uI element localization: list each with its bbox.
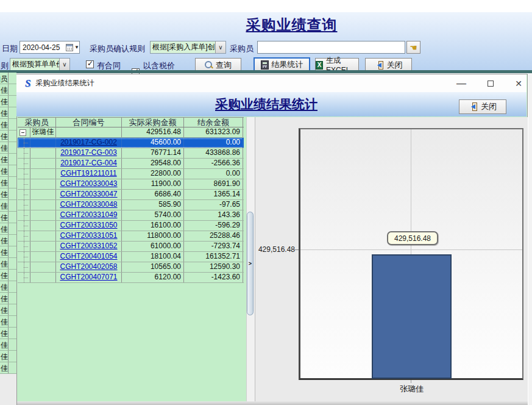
table-row[interactable]: CGHT200331051118000.0025288.46: [18, 231, 244, 242]
table-row[interactable]: 2019017-CG-00245600.000.00: [18, 138, 244, 148]
balance-amount-cell: 12590.30: [184, 262, 243, 272]
price-rule-select[interactable]: 根据预算单单价 ∨: [10, 58, 70, 71]
chevron-down-icon[interactable]: ∨: [215, 41, 225, 53]
contract-link[interactable]: CGHT200331052: [60, 242, 117, 250]
expand-cell[interactable]: [18, 127, 30, 137]
contract-link[interactable]: CGHT191211011: [60, 169, 116, 177]
contract-link[interactable]: CGHT200402058: [60, 262, 117, 271]
actual-amount-cell: 22800.00: [122, 169, 184, 179]
contract-cell[interactable]: CGHT191211011: [56, 169, 122, 179]
table-row[interactable]: CGHT20033004311900.008691.90: [18, 179, 244, 190]
app-logo-icon: S: [25, 77, 30, 90]
balance-amount-cell: 25288.46: [184, 231, 243, 241]
minimize-button[interactable]: —: [449, 74, 473, 92]
date-label: 日期: [2, 43, 18, 54]
table-row[interactable]: CGHT2004070716120.00-1423.60: [18, 273, 244, 283]
table-row[interactable]: 2019017-CG-00429548.00-2566.36: [18, 159, 244, 169]
contract-cell[interactable]: CGHT200331052: [56, 242, 122, 251]
table-row[interactable]: CGHT20040205810565.0012590.30: [18, 262, 244, 273]
table-row[interactable]: CGHT2003310495740.00143.36: [18, 210, 244, 221]
x-axis-tick-label: 张璐佳: [372, 384, 452, 395]
contract-link[interactable]: 2019017-CG-003: [60, 148, 117, 157]
x-axis-tick: [411, 380, 411, 383]
screen: 采购业绩查询 日期 2020-04-25 ▼ 采购员确认规则 根据[采购入库单]…: [0, 0, 532, 405]
tree-indent: [18, 148, 30, 158]
contract-cell[interactable]: 2019017-CG-003: [56, 148, 122, 158]
contract-cell[interactable]: CGHT200401054: [56, 252, 122, 262]
actual-amount-cell: 16100.00: [122, 221, 184, 231]
bg-strip-row: 张璐佳: [0, 96, 16, 107]
table-row[interactable]: CGHT20033105016100.00-596.29: [18, 221, 244, 231]
buyer-input[interactable]: [257, 41, 405, 54]
table-row[interactable]: 2019017-CG-00376771.14433868.86: [18, 148, 244, 159]
contract-link[interactable]: CGHT200407071: [60, 273, 117, 281]
contract-link[interactable]: CGHT200401054: [60, 252, 117, 260]
contract-link[interactable]: CGHT200331050: [60, 221, 117, 229]
contract-cell[interactable]: CGHT200331049: [56, 210, 122, 220]
divider: [0, 70, 532, 73]
buyer-cell: 张璐佳: [30, 127, 56, 137]
actual-amount-cell: 18100.04: [122, 252, 184, 262]
contract-link[interactable]: CGHT200331051: [60, 231, 117, 240]
balance-amount-cell: 433868.86: [184, 148, 243, 158]
close-window-button[interactable]: ✕: [506, 74, 531, 92]
contract-cell[interactable]: CGHT200407071: [56, 273, 122, 282]
table-row[interactable]: CGHT19121101122800.000.00: [18, 169, 244, 179]
tree-indent: [18, 252, 30, 262]
has-contract-checkbox[interactable]: ✓: [86, 60, 94, 68]
contract-link[interactable]: CGHT200330043: [60, 179, 117, 188]
balance-amount-cell: 1365.14: [184, 190, 243, 199]
contract-link[interactable]: CGHT200331049: [60, 210, 117, 219]
actual-amount-cell: 61000.00: [122, 242, 184, 251]
maximize-button[interactable]: [478, 74, 503, 92]
bg-strip-row: 张璐佳: [0, 212, 16, 223]
collapse-icon[interactable]: [20, 129, 26, 136]
contract-cell[interactable]: CGHT200330048: [56, 200, 122, 210]
contract-cell[interactable]: CGHT200331050: [56, 221, 122, 231]
contract-link[interactable]: 2019017-CG-004: [60, 159, 117, 167]
dialog-close-button[interactable]: 关闭: [459, 99, 506, 114]
date-dropdown-icon[interactable]: ▼: [74, 45, 79, 50]
contract-cell[interactable]: CGHT200402058: [56, 262, 122, 272]
buyer-rule-select[interactable]: 根据[采购入库单]创建人 ∨: [150, 41, 226, 54]
col-contract[interactable]: 合同编号: [56, 118, 122, 127]
bg-strip-row: 张璐佳: [0, 258, 16, 270]
group-row[interactable]: 张璐佳 429516.48 631323.09: [18, 127, 244, 138]
tree-indent: [18, 169, 30, 179]
contract-cell[interactable]: 2019017-CG-004: [56, 159, 122, 168]
contract-rows: 2019017-CG-00245600.000.002019017-CG-003…: [18, 138, 244, 283]
contract-cell[interactable]: 2019017-CG-002: [56, 138, 122, 148]
col-actual[interactable]: 实际采购金额: [122, 118, 184, 127]
splitter-handle[interactable]: >: [247, 212, 254, 315]
actual-amount-cell: 45600.00: [122, 138, 184, 148]
tree-indent: [18, 190, 30, 199]
actual-amount-cell: 118000.00: [122, 231, 184, 241]
bg-strip-row: 张璐佳: [0, 281, 16, 293]
calendar-icon[interactable]: [66, 44, 73, 51]
table-row[interactable]: CGHT200330048585.90-97.65: [18, 200, 244, 210]
buyer-picker-button[interactable]: ☚: [406, 41, 420, 54]
chevron-down-icon[interactable]: ∨: [59, 59, 69, 70]
contract-link[interactable]: 2019017-CG-002: [60, 138, 117, 146]
buyer-cell: [30, 231, 56, 241]
col-buyer[interactable]: 采购员: [18, 118, 56, 127]
maximize-icon: [488, 81, 494, 87]
contract-link[interactable]: CGHT200330047: [60, 190, 117, 198]
buyer-cell: [30, 210, 56, 220]
chart-bar[interactable]: [372, 254, 452, 379]
actual-amount-cell: 6686.40: [122, 190, 184, 199]
contract-cell[interactable]: CGHT200330043: [56, 179, 122, 189]
hand-pointer-icon: ☚: [410, 43, 417, 52]
contract-cell[interactable]: CGHT200330047: [56, 190, 122, 199]
dialog-window-title: 采购业绩结果统计: [35, 78, 94, 88]
col-balance[interactable]: 结余金额: [184, 118, 243, 127]
contract-link[interactable]: CGHT200330048: [60, 200, 117, 209]
tree-indent: [18, 200, 30, 210]
balance-amount-cell: -97.65: [184, 200, 243, 210]
table-row[interactable]: CGHT20033105261000.00-7293.74: [18, 242, 244, 252]
bar-value-tooltip: 429,516.48: [387, 231, 438, 245]
date-input[interactable]: 2020-04-25 ▼: [20, 41, 80, 54]
table-row[interactable]: CGHT20040105418100.04161352.71: [18, 252, 244, 262]
table-row[interactable]: CGHT2003300476686.401365.14: [18, 190, 244, 200]
contract-cell[interactable]: CGHT200331051: [56, 231, 122, 241]
